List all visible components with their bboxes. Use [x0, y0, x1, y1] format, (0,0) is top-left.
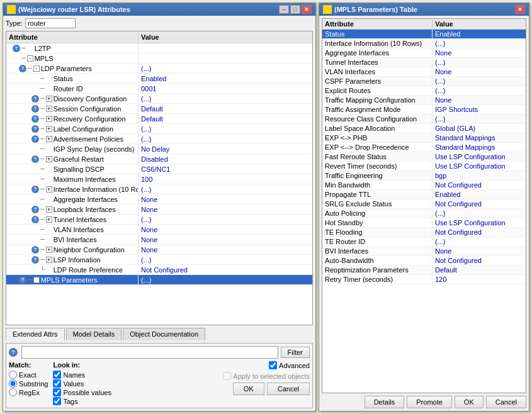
tree-area[interactable]: Attribute Value ?─ L2TP─- MPLS?─- LDP Pa… [6, 31, 313, 325]
params-row[interactable]: Aggregate InterfacesNone [322, 48, 526, 58]
search-help-icon[interactable]: ? [9, 348, 18, 357]
tree-row[interactable]: ─ Aggregate InterfacesNone [6, 194, 312, 204]
params-row[interactable]: Reoptimization ParametersDefault [322, 266, 526, 275]
expand-icon[interactable]: + [46, 247, 52, 253]
ok-button[interactable]: OK [233, 383, 264, 395]
tab-extended-attrs[interactable]: Extended Attrs [6, 328, 65, 340]
tree-row[interactable]: ─- MPLS [6, 53, 312, 64]
tree-row[interactable]: ?─+ Session ConfigurationDefault [6, 104, 312, 114]
params-row[interactable]: Hot StandbyUse LSP Configuration [322, 218, 526, 228]
tree-row[interactable]: ─ StatusEnabled [6, 74, 312, 84]
advanced-check[interactable]: Advanced [269, 361, 310, 369]
tree-row[interactable]: ?─ L2TP [6, 43, 312, 53]
params-row[interactable]: Retry Timer (seconds)120 [322, 275, 526, 284]
tree-row[interactable]: ?─+ Loopback InterfacesNone [6, 204, 312, 215]
help-icon[interactable]: ? [19, 65, 26, 72]
params-row[interactable]: Propagate TTLEnabled [322, 190, 526, 199]
promote-button[interactable]: Promote [407, 396, 452, 408]
tree-row[interactable]: ?─+ Graceful RestartDisabled [6, 154, 312, 164]
tree-row[interactable]: └ LDP Route PreferenceNot Configured [6, 265, 312, 275]
params-row[interactable]: Traffic Assignment ModeIGP Shortcuts [322, 105, 526, 115]
params-row[interactable]: Resource Class Configuration(...) [322, 115, 526, 124]
tree-row[interactable]: ─ Router ID0001 [6, 84, 312, 94]
close-button[interactable]: ✕ [302, 5, 312, 14]
search-input[interactable] [21, 346, 278, 359]
params-row[interactable]: CSPF Parameters(...) [322, 77, 526, 86]
tree-row[interactable]: ?─+ Interface Information (10 Rows)(...) [6, 184, 312, 194]
right-cancel-button[interactable]: Cancel [486, 396, 526, 408]
help-icon[interactable]: ? [31, 186, 39, 193]
expand-icon[interactable]: + [46, 126, 52, 132]
tree-row[interactable]: ?─+ LSP Infomation(...) [6, 255, 312, 265]
check-values[interactable]: Values [53, 379, 111, 388]
tree-row[interactable]: ─ IGP Sync Delay (seconds)No Delay [6, 144, 312, 154]
expand-icon[interactable]: + [46, 116, 52, 122]
expand-icon[interactable]: + [46, 156, 52, 162]
help-icon[interactable]: ? [31, 95, 39, 103]
params-row[interactable]: Tunnel Interfaces(...) [322, 58, 526, 67]
params-row[interactable]: Auto-BandwidthNot Configured [322, 256, 526, 266]
params-row[interactable]: Label Space AllocationGlobal (GLA) [322, 124, 526, 133]
maximize-button[interactable]: □ [290, 5, 300, 14]
help-icon[interactable]: ? [19, 276, 26, 284]
filter-button[interactable]: Filter [281, 347, 310, 358]
check-names[interactable]: Names [53, 371, 111, 379]
help-icon[interactable]: ? [31, 216, 39, 223]
tree-row[interactable]: ?─+ MPLS Parameters(...) [6, 275, 312, 285]
type-input[interactable] [25, 18, 76, 28]
tree-row[interactable]: ─ Maximum Interfaces100 [6, 174, 312, 184]
help-icon[interactable]: ? [13, 45, 20, 52]
cancel-button[interactable]: Cancel [267, 383, 310, 395]
params-row[interactable]: StatusEnabled [322, 30, 526, 39]
help-icon[interactable]: ? [31, 105, 39, 113]
tree-row[interactable]: ?─+ Tunnel Interfaces(...) [6, 215, 312, 225]
help-icon[interactable]: ? [31, 256, 39, 264]
help-icon[interactable]: ? [31, 125, 39, 133]
tree-row[interactable]: ?─+ Recovery ConfigurationDefault [6, 114, 312, 124]
params-row[interactable]: VLAN InterfacesNone [322, 67, 526, 77]
params-row[interactable]: BVI InterfacesNone [322, 247, 526, 256]
right-ok-button[interactable]: OK [455, 396, 484, 408]
params-row[interactable]: EXP <-> PHBStandard Mappings [322, 133, 526, 143]
params-row[interactable]: EXP <--> Drop PrecedenceStandard Mapping… [322, 143, 526, 152]
expand-icon[interactable]: + [46, 216, 52, 223]
help-icon[interactable]: ? [31, 246, 39, 254]
tree-row[interactable]: ─ Signalling DSCPCS6/NC1 [6, 164, 312, 174]
expand-icon[interactable]: + [46, 206, 52, 213]
params-row[interactable]: Fast Reroute StatusUse LSP Configuration [322, 152, 526, 162]
help-icon[interactable]: ? [31, 135, 39, 143]
params-row[interactable]: Interface Information (10 Rows)(...) [322, 39, 526, 48]
params-row[interactable]: Min BandwidthNot Configured [322, 181, 526, 190]
params-row[interactable]: Traffic Mapping ConfigurationNone [322, 96, 526, 105]
help-icon[interactable]: ? [31, 155, 39, 163]
params-row[interactable]: SRLG Exclude StatusNot Configured [322, 199, 526, 209]
tab-model-details[interactable]: Model Details [66, 328, 122, 340]
tree-row[interactable]: ?─+ Label Configuration(...) [6, 124, 312, 134]
expand-icon[interactable]: + [46, 186, 52, 193]
minimize-button[interactable]: ─ [279, 5, 289, 14]
expand-icon[interactable]: + [46, 106, 52, 112]
check-tags[interactable]: Tags [53, 397, 111, 405]
tree-row[interactable]: ─ BVI InterfacesNone [6, 235, 312, 245]
expand-icon[interactable]: + [46, 257, 52, 263]
params-row[interactable]: Auto Policing(...) [322, 209, 526, 218]
tree-row[interactable]: ?─- LDP Parameters(...) [6, 64, 312, 74]
tab-object-documentation[interactable]: Object Documentation [123, 328, 205, 340]
params-row[interactable]: Explicit Routes(...) [322, 86, 526, 96]
match-regex[interactable]: RegEx [9, 388, 48, 396]
expand-icon[interactable]: - [33, 65, 40, 72]
params-table[interactable]: Attribute Value StatusEnabledInterface I… [322, 18, 526, 393]
match-exact[interactable]: Exact [9, 371, 48, 379]
expand-icon[interactable]: + [46, 136, 52, 142]
right-close-button[interactable]: ✕ [515, 5, 525, 14]
details-button[interactable]: Details [365, 396, 405, 408]
params-row[interactable]: Traffic Engineeringbgp [322, 171, 526, 181]
tree-row[interactable]: ─ VLAN InterfacesNone [6, 225, 312, 235]
expand-icon[interactable]: + [33, 277, 40, 283]
params-row[interactable]: Revert Timer (seconds)Use LSP Configurat… [322, 162, 526, 171]
check-possible-values[interactable]: Possible values [53, 388, 111, 396]
help-icon[interactable]: ? [31, 206, 39, 213]
tree-row[interactable]: ?─+ Discovery Configuration(...) [6, 94, 312, 104]
tree-row[interactable]: ?─+ Advertisement Policies(...) [6, 134, 312, 144]
help-icon[interactable]: ? [31, 115, 39, 123]
